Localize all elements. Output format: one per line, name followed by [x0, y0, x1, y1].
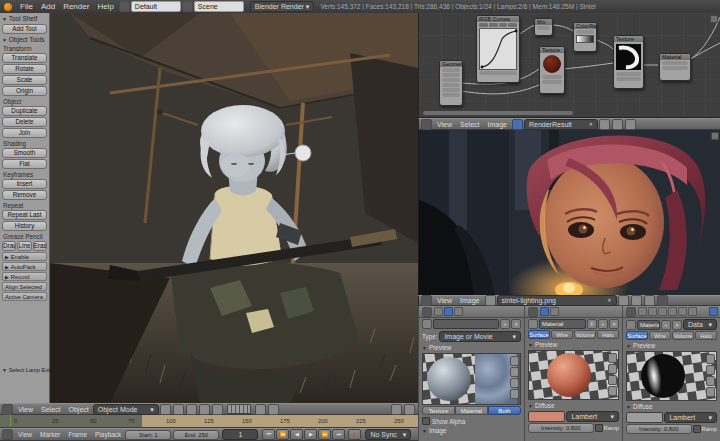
menu-image[interactable]: Image — [456, 297, 483, 304]
area-corner-handle[interactable] — [710, 15, 718, 23]
insert-keyframe-button[interactable]: Insert — [2, 179, 47, 189]
ramp-checkbox[interactable] — [595, 424, 603, 432]
editor-type-icon[interactable] — [2, 429, 13, 440]
image-browse-icon[interactable] — [485, 295, 496, 306]
jump-to-end-button[interactable]: ⏭ — [332, 429, 345, 440]
render-engine-select[interactable]: Blender Render ▾ — [250, 1, 315, 12]
node-output[interactable]: Material — [659, 53, 691, 81]
image-filename-field[interactable]: sintel-lighting.png ✕ — [497, 295, 617, 306]
frame-start-field[interactable]: Start: 1 — [125, 430, 171, 440]
node-texture-1[interactable]: Texture — [539, 46, 565, 94]
close-icon[interactable]: ✕ — [607, 296, 611, 305]
texture-type-select[interactable]: Image or Movie ▾ — [439, 331, 521, 342]
delete-button[interactable]: Delete — [2, 117, 47, 127]
prev-keyframe-button[interactable]: ⏪ — [276, 429, 289, 440]
join-button[interactable]: Join — [2, 128, 47, 138]
jump-to-start-button[interactable]: ⏮ — [262, 429, 275, 440]
halo-tab[interactable]: Halo — [597, 330, 619, 339]
menu-view[interactable]: View — [433, 297, 456, 304]
blender-logo-icon[interactable] — [4, 3, 12, 11]
lamp-extras-panel-header[interactable]: ▼ Select Lamp Extras — [0, 365, 54, 374]
preview-shape-buttons[interactable] — [706, 354, 715, 397]
node-editor[interactable]: Geometry RGB Curves Mix — [418, 13, 720, 118]
history-button[interactable]: History — [2, 221, 47, 231]
node-mix[interactable]: Mix — [534, 18, 553, 36]
image-datablock-field[interactable]: RenderResult ✕ — [524, 119, 598, 130]
play-button[interactable]: ▶ — [304, 429, 317, 440]
add-tool-dropdown[interactable]: Add Tool — [2, 24, 47, 34]
scale-button[interactable]: Scale — [2, 75, 47, 85]
menu-render[interactable]: Render — [59, 2, 93, 11]
menu-view[interactable]: View — [14, 431, 36, 438]
viewport-shading-icon[interactable] — [160, 404, 171, 415]
ramp-checkbox[interactable] — [693, 425, 701, 433]
menu-add[interactable]: Add — [37, 2, 59, 11]
record-button[interactable]: ⏺ — [348, 429, 361, 440]
texture-name-field[interactable] — [433, 319, 499, 329]
editor-type-icon[interactable] — [421, 119, 432, 130]
close-icon[interactable]: ✕ — [589, 120, 593, 129]
unlink-icon[interactable]: ✕ — [511, 319, 521, 329]
preview-texture-button[interactable]: Texture — [422, 406, 455, 415]
manipulator-rotate-icon[interactable] — [199, 404, 210, 415]
flat-button[interactable]: Flat — [2, 159, 47, 169]
new-texture-icon[interactable]: + — [500, 319, 510, 329]
volume-tab[interactable]: Volume — [672, 331, 694, 340]
image-pack-icon[interactable] — [625, 119, 636, 130]
menu-image[interactable]: Image — [484, 121, 511, 128]
object-tools-panel-header[interactable]: ▼ Object Tools — [0, 35, 49, 44]
image-open-icon[interactable] — [612, 119, 623, 130]
grease-draw-button[interactable]: Draw — [2, 241, 16, 251]
node-geometry[interactable]: Geometry — [439, 60, 463, 106]
timeline-ruler[interactable]: 0 25 50 75 100 125 150 175 200 225 250 — [0, 415, 418, 428]
scene-icon[interactable] — [182, 1, 193, 12]
material-tab-icon[interactable] — [540, 307, 549, 316]
render-opengl-anim-icon[interactable] — [404, 404, 415, 415]
addon-toggle-camera[interactable]: Active Camera — [2, 292, 47, 301]
menu-view[interactable]: View — [433, 121, 456, 128]
preview-both-button[interactable]: Both — [488, 406, 521, 415]
menu-marker[interactable]: Marker — [36, 431, 64, 438]
texture-tab-icon[interactable] — [550, 307, 559, 316]
material-name-field[interactable]: Material — [637, 320, 660, 330]
image-new-icon[interactable] — [618, 295, 629, 306]
snap-element-icon[interactable] — [268, 404, 279, 415]
diffuse-color-swatch[interactable] — [528, 411, 565, 422]
addon-toggle-align[interactable]: Align Selected — [2, 282, 47, 291]
material-tab-icon[interactable] — [454, 307, 463, 316]
translate-button[interactable]: Translate — [2, 53, 47, 63]
texture-slot-icon[interactable] — [422, 319, 432, 329]
smooth-button[interactable]: Smooth — [2, 148, 47, 158]
viewport-3d[interactable] — [50, 13, 418, 403]
current-frame-marker[interactable] — [10, 415, 11, 428]
editor-type-icon[interactable] — [2, 404, 13, 415]
wire-tab[interactable]: Wire — [649, 331, 671, 340]
play-reverse-button[interactable]: ◀ — [290, 429, 303, 440]
shader-model-select[interactable]: Lambert ▾ — [566, 411, 619, 422]
addon-toggle-enable[interactable]: ▶ Enable — [2, 252, 47, 261]
render-opengl-icon[interactable] — [391, 404, 402, 415]
data-tab-icon[interactable] — [688, 307, 697, 316]
show-alpha-row[interactable]: Show Alpha — [419, 416, 524, 426]
screen-layout-icon[interactable] — [119, 1, 130, 12]
pin-icon[interactable] — [512, 119, 523, 130]
menu-file[interactable]: File — [16, 2, 37, 11]
editor-type-icon[interactable] — [421, 295, 432, 306]
preview-section-header[interactable]: ▼ Preview — [419, 343, 524, 352]
tool-shelf-panel-header[interactable]: ▼ Tool Shelf — [0, 14, 49, 23]
diffuse-section-header[interactable]: ▼ Diffuse — [525, 401, 622, 410]
frame-end-field[interactable]: End: 250 — [173, 430, 219, 440]
new-material-icon[interactable]: + — [661, 320, 671, 330]
node-texture-2[interactable]: Texture — [613, 35, 644, 89]
link-mode-select[interactable]: Data ▾ — [683, 319, 717, 330]
grease-erase-button[interactable]: Erase — [33, 241, 47, 251]
scene-tab-icon[interactable] — [648, 307, 657, 316]
unlink-icon[interactable]: ✕ — [609, 319, 619, 329]
image-open-icon[interactable] — [631, 295, 642, 306]
material-name-field[interactable]: Material — [539, 319, 586, 329]
diffuse-color-swatch[interactable] — [626, 412, 663, 423]
pivot-point-icon[interactable] — [173, 404, 184, 415]
menu-select[interactable]: Select — [37, 406, 64, 413]
object-tab-icon[interactable] — [668, 307, 677, 316]
preview-section-header[interactable]: ▼ Preview — [525, 340, 622, 349]
